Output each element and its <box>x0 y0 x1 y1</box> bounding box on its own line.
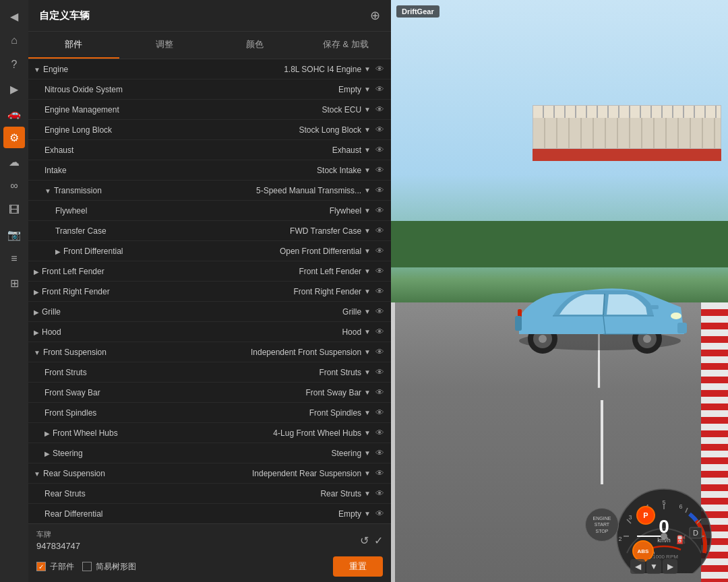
refresh-icon[interactable]: ↺ <box>360 534 369 547</box>
svg-text:km/h: km/h <box>657 537 671 544</box>
home-icon[interactable]: ⌂ <box>3 30 25 51</box>
eye-icon-rear_diff[interactable]: 👁 <box>373 509 386 519</box>
dropdown-arrow-exhaust[interactable]: ▼ <box>364 146 371 154</box>
svg-point-8 <box>671 313 681 319</box>
car-icon[interactable]: 🚗 <box>3 102 25 124</box>
dropdown-arrow-front_right_fender[interactable]: ▼ <box>364 288 371 295</box>
tab-部件[interactable]: 部件 <box>28 32 119 59</box>
part-value-transmission: 5-Speed Manual Transmiss... <box>256 186 361 195</box>
left-arrow-button[interactable]: ◀ <box>630 559 645 574</box>
sub-parts-checkbox[interactable]: ✓ 子部件 <box>36 561 74 573</box>
svg-point-3 <box>539 335 547 343</box>
eye-icon-engine_mgmt[interactable]: 👁 <box>373 104 386 115</box>
dropdown-arrow-transmission[interactable]: ▼ <box>364 187 371 194</box>
eye-icon-rear_struts[interactable]: 👁 <box>373 488 386 498</box>
eye-icon-engine_long[interactable]: 👁 <box>373 125 386 135</box>
eye-icon-nitrous[interactable]: 👁 <box>373 84 386 94</box>
simple-tree-check-box[interactable] <box>82 562 92 571</box>
dropdown-arrow-hood[interactable]: ▼ <box>364 328 371 335</box>
reset-button[interactable]: 重置 <box>333 556 383 577</box>
dropdown-arrow-rear_struts[interactable]: ▼ <box>364 490 371 497</box>
eye-icon-steering[interactable]: 👁 <box>373 448 386 458</box>
right-arrow-button[interactable]: ▶ <box>663 559 677 574</box>
sub-parts-check-box[interactable]: ✓ <box>36 562 46 571</box>
part-row-engine: ▼Engine1.8L SOHC I4 Engine▼👁 <box>28 59 391 79</box>
part-name-transmission: ▼Transmission <box>34 186 237 195</box>
eye-icon-hood[interactable]: 👁 <box>373 327 386 337</box>
eye-icon-engine[interactable]: 👁 <box>373 64 386 74</box>
part-value-wrap-engine_long: Stock Long Block▼👁 <box>237 125 386 135</box>
help-icon[interactable]: ? <box>3 54 25 75</box>
game-view: DriftGear <box>391 0 728 582</box>
eye-icon-front_diff[interactable]: 👁 <box>373 246 386 256</box>
tab-调整[interactable]: 调整 <box>119 32 210 59</box>
parts-list[interactable]: ▼Engine1.8L SOHC I4 Engine▼👁Nitrous Oxid… <box>28 59 391 523</box>
cloud-icon[interactable]: ☁ <box>3 151 25 172</box>
settings-icon[interactable]: ⚙ <box>3 127 25 148</box>
engine-start-stop-button[interactable]: ENGINESTARTSTOP <box>585 508 619 542</box>
eye-icon-transmission[interactable]: 👁 <box>373 185 386 195</box>
dropdown-arrow-front_suspension[interactable]: ▼ <box>364 348 371 356</box>
part-row-flywheel: FlywheelFlywheel▼👁 <box>28 201 391 221</box>
arrow-left-icon[interactable]: ◀ <box>3 5 25 27</box>
eye-icon-transfer_case[interactable]: 👁 <box>373 226 386 236</box>
tab-保存 & 加载[interactable]: 保存 & 加载 <box>301 32 392 59</box>
camera-icon[interactable]: 📷 <box>3 224 25 245</box>
dropdown-arrow-transfer_case[interactable]: ▼ <box>364 227 371 234</box>
dropdown-arrow-engine_mgmt[interactable]: ▼ <box>364 106 371 113</box>
loop-icon[interactable]: ∞ <box>3 175 25 197</box>
dropdown-arrow-engine_long[interactable]: ▼ <box>364 126 371 133</box>
dropdown-arrow-rear_suspension[interactable]: ▼ <box>364 470 371 477</box>
dropdown-arrow-front_left_fender[interactable]: ▼ <box>364 267 371 275</box>
eye-icon-front_left_fender[interactable]: 👁 <box>373 266 386 276</box>
dropdown-arrow-steering[interactable]: ▼ <box>364 449 371 457</box>
dropdown-arrow-front_spindles[interactable]: ▼ <box>364 409 371 416</box>
dropdown-arrow-front_diff[interactable]: ▼ <box>364 247 371 255</box>
add-icon[interactable]: ⊕ <box>370 8 380 23</box>
dropdown-arrow-front_wheel_hubs[interactable]: ▼ <box>364 429 371 437</box>
part-value-front_suspension: Independent Front Suspension <box>251 348 361 357</box>
eye-icon-front_suspension[interactable]: 👁 <box>373 347 386 357</box>
svg-rect-14 <box>677 323 687 333</box>
part-row-rear_struts: Rear StrutsRear Struts▼👁 <box>28 484 391 504</box>
dropdown-arrow-grille[interactable]: ▼ <box>364 308 371 315</box>
part-value-transfer_case: FWD Transfer Case <box>290 226 361 236</box>
eye-icon-front_struts[interactable]: 👁 <box>373 367 386 377</box>
eye-icon-front_spindles[interactable]: 👁 <box>373 408 386 418</box>
list-icon[interactable]: ≡ <box>3 248 25 269</box>
abs-label: ABS <box>638 548 649 554</box>
parking-button[interactable]: P <box>636 506 655 525</box>
sub-parts-label: 子部件 <box>50 561 74 573</box>
simple-tree-label: 简易树形图 <box>96 561 136 573</box>
tab-颜色[interactable]: 颜色 <box>210 32 301 59</box>
eye-icon-front_sway[interactable]: 👁 <box>373 387 386 397</box>
game-scene: DriftGear <box>391 0 728 582</box>
eye-icon-intake[interactable]: 👁 <box>373 165 386 175</box>
dropdown-arrow-flywheel[interactable]: ▼ <box>364 207 371 214</box>
part-name-engine: ▼Engine <box>34 65 237 74</box>
eye-icon-front_wheel_hubs[interactable]: 👁 <box>373 428 386 438</box>
part-name-rear_suspension: ▼Rear Suspension <box>34 469 237 478</box>
play-icon[interactable]: ▶ <box>3 78 25 100</box>
down-arrow-button[interactable]: ▼ <box>646 559 661 574</box>
confirm-icon[interactable]: ✓ <box>374 534 383 547</box>
dropdown-arrow-front_sway[interactable]: ▼ <box>364 389 371 396</box>
film-icon[interactable]: 🎞 <box>3 199 25 221</box>
eye-icon-rear_suspension[interactable]: 👁 <box>373 468 386 478</box>
simple-tree-checkbox[interactable]: 简易树形图 <box>82 561 136 573</box>
sliders-icon[interactable]: ⊞ <box>3 272 25 294</box>
dropdown-arrow-rear_diff[interactable]: ▼ <box>364 510 371 517</box>
part-row-hood: ▶HoodHood▼👁 <box>28 322 391 342</box>
dropdown-arrow-intake[interactable]: ▼ <box>364 166 371 174</box>
eye-icon-grille[interactable]: 👁 <box>373 306 386 317</box>
eye-icon-exhaust[interactable]: 👁 <box>373 145 386 155</box>
part-row-intake: IntakeStock Intake▼👁 <box>28 160 391 181</box>
left-sidebar: ◀⌂?▶🚗⚙☁∞🎞📷≡⊞ <box>0 0 28 582</box>
dropdown-arrow-engine[interactable]: ▼ <box>364 65 371 73</box>
part-name-rear_struts: Rear Struts <box>34 489 237 498</box>
dropdown-arrow-front_struts[interactable]: ▼ <box>364 368 371 376</box>
eye-icon-flywheel[interactable]: 👁 <box>373 205 386 216</box>
eye-icon-front_right_fender[interactable]: 👁 <box>373 286 386 296</box>
part-value-nitrous: Empty <box>338 85 361 94</box>
dropdown-arrow-nitrous[interactable]: ▼ <box>364 86 371 93</box>
